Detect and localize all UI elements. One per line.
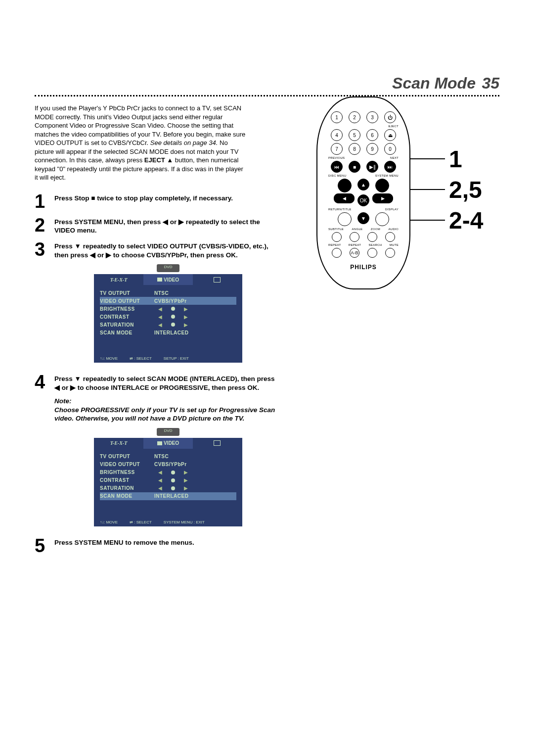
right-arrow-icon: ▶ [184,314,188,320]
menu-value: INTERLACED [154,330,188,335]
osd-menu-figure-1: DVD T-E-X-T VIDEO TV OUTPUTNTSC VIDEO OU… [94,264,242,363]
callout-number: 2,5 [449,176,482,203]
menu-tab [193,438,242,449]
num-4-button: 4 [331,129,343,141]
menu-tab-label: VIDEO [164,277,179,283]
step-text: Press ▼ repeatedly to select VIDEO OUTPU… [54,240,282,259]
return-button [338,212,352,226]
step-2: 2 Press SYSTEM MENU, then press ◀ or ▶ r… [35,216,282,235]
slider-dot-icon [171,471,175,474]
menu-value: NTSC [154,454,169,459]
num-5-button: 5 [349,129,360,141]
intro-paragraph: If you used the Player's Y PbCb PrCr jac… [35,104,247,182]
mute-button [385,248,395,258]
disc-menu-label: DISC MENU [328,174,346,177]
menu-key: BRIGHTNESS [100,306,154,312]
page-title: Scan Mode [392,74,476,92]
callout-number: 2-4 [449,207,483,234]
step-number: 3 [35,240,49,259]
next-button: ⏭ [384,161,396,173]
screen-icon [157,441,162,445]
right-arrow-icon: ▶ [184,306,188,312]
repeat-label: REPEAT [328,243,341,246]
footer-move: ↑↓: MOVE [100,356,118,361]
steps-list: 1 Press Stop ■ twice to stop play comple… [35,192,282,555]
step-text: Press SYSTEM MENU, then press ◀ or ▶ rep… [54,216,282,235]
footer-move: ↑↓: MOVE [100,520,118,524]
repeat-ab-button: A-B [350,248,359,258]
page-number: 35 [482,74,499,92]
step-text: Press ▼ repeatedly to select SCAN MODE (… [54,373,282,392]
left-arrow-icon: ◀ [158,470,162,475]
disc-menu-button [338,179,352,192]
ok-button: OK [357,194,369,206]
system-menu-button [375,179,389,192]
eject-label: EJECT [388,125,399,128]
left-arrow-icon: ◀ [158,306,162,312]
num-8-button: 8 [349,143,360,155]
left-arrow-icon: ◀ [158,322,162,328]
menu-key: SCAN MODE [100,330,154,335]
menu-key: TV OUTPUT [100,454,154,459]
callout-1: 1 [410,145,499,173]
next-label: NEXT [390,156,399,159]
dvd-tag: DVD [157,264,179,272]
num-7-button: 7 [331,143,343,155]
angle-label: ANGLE [352,228,363,231]
angle-button [350,232,359,242]
num-2-button: 2 [349,111,360,123]
menu-value: CVBS/YPbPr [154,462,187,467]
prev-button: ⏮ [331,161,343,173]
menu-value: INTERLACED [154,493,188,499]
return-label: RETURN/TITLE [328,208,352,211]
intro-ref-italic: See details on page 34. [150,139,218,146]
footer-exit: SETUP : EXIT [164,356,189,361]
power-button: ⏻ [384,111,396,123]
playpause-button: ▶∥ [366,161,378,173]
num-1-button: 1 [331,111,343,123]
right-arrow-icon: ▶ [184,477,188,483]
dvd-tag: DVD [157,428,179,436]
menu-key: VIDEO OUTPUT [100,462,154,467]
osd-menu-figure-2: DVD T-E-X-T VIDEO TV OUTPUTNTSC VIDEO OU… [94,428,242,526]
menu-key: TV OUTPUT [100,290,154,296]
menu-key: VIDEO OUTPUT [100,298,154,304]
menu-tab-video: VIDEO [143,274,193,285]
step-1: 1 Press Stop ■ twice to stop play comple… [35,192,282,211]
subtitle-button [332,232,342,242]
menu-key: SATURATION [100,322,154,328]
remote-diagram: 1 2 3 ⏻ EJECT 4 5 6 ⏏ 7 8 9 0 PREVIOUSNE… [316,96,410,289]
repeat-ab-label: REPEAT [349,243,361,246]
step-number: 1 [35,192,49,211]
subtitle-label: SUBTITLE [328,228,344,231]
repeat-button [332,248,342,258]
left-arrow-icon: ◀ [158,485,162,491]
slider-dot-icon [171,315,175,319]
step-note: Note: Choose PROGRESSIVE only if your TV… [54,397,282,423]
menu-tab: T-E-X-T [94,438,143,449]
right-arrow-icon: ▶ [184,470,188,475]
step-text: Press Stop ■ twice to stop play complete… [54,192,233,211]
zoom-label: ZOOM [371,228,380,231]
system-menu-label: SYSTEM MENU [375,174,399,177]
previous-label: PREVIOUS [328,156,345,159]
right-arrow-icon: ▶ [184,322,188,328]
display-button [375,212,389,226]
footer-select: ⇄ : SELECT [130,520,152,524]
num-0-button: 0 [384,143,396,155]
menu-value: CVBS/YPbPr [154,298,187,304]
footer-exit: SYSTEM MENU : EXIT [164,520,205,524]
search-button [367,248,377,258]
callout-2-4: 2-4 [410,206,499,234]
num-3-button: 3 [366,111,378,123]
right-button: ▶ [372,193,393,203]
menu-key: CONTRAST [100,314,154,320]
menu-key: SATURATION [100,485,154,491]
down-button: ▼ [357,212,369,224]
screen-icon [214,277,221,283]
slider-dot-icon [171,478,175,482]
brand-logo: PHILIPS [326,264,400,271]
stop-button: ■ [349,161,360,173]
menu-key: SCAN MODE [100,493,154,499]
slider-dot-icon [171,486,175,490]
